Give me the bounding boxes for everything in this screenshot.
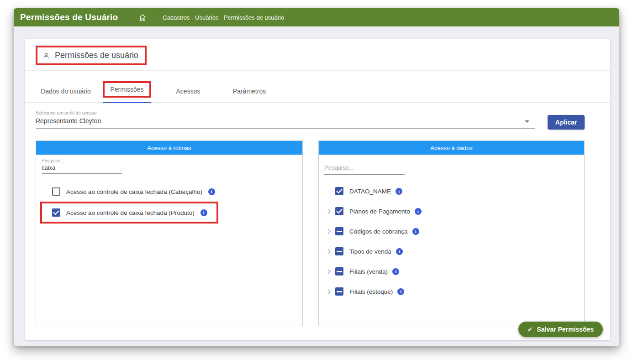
info-icon[interactable]: i (396, 248, 403, 255)
routines-search-input[interactable] (42, 163, 122, 173)
page-content: Permissões de usuário Dados do usuário P… (14, 26, 619, 346)
info-icon[interactable]: i (397, 288, 404, 295)
tab-label: Parâmetros (233, 88, 266, 95)
topbar-divider (129, 11, 129, 23)
tree-row-filiais-estoque: Filiais (estoque) i (325, 287, 584, 296)
apply-button[interactable]: Aplicar (548, 115, 585, 130)
save-permissions-button[interactable]: ✓ Salvar Permissões (518, 322, 603, 337)
tab-label: Dados do usuário (41, 88, 91, 95)
info-icon[interactable]: i (200, 209, 207, 216)
breadcrumb: - Cadastros - Usuários - Permissões de u… (159, 14, 284, 21)
data-search-input[interactable] (324, 161, 405, 174)
checkbox-indeterminate[interactable] (335, 247, 343, 255)
permission-label: Acesso ao controle de caixa fechada (Cab… (66, 188, 202, 195)
tab-label: Permissões (110, 86, 143, 93)
tree-label: Tipos de venda (349, 248, 391, 255)
tab-dados-do-usuario[interactable]: Dados do usuário (35, 88, 96, 102)
info-icon[interactable]: i (412, 228, 419, 235)
chevron-right-icon[interactable] (325, 230, 335, 233)
tree-label: Planos de Pagamento (349, 208, 410, 215)
checkbox-indeterminate[interactable] (335, 287, 343, 296)
chevron-right-icon[interactable] (325, 270, 335, 273)
data-panel: Acesso à dados DATAO_NAME i (318, 140, 585, 326)
tab-label: Acessos (176, 88, 200, 95)
annotation-box-tab: Permissões (103, 81, 151, 98)
save-permissions-label: Salvar Permissões (537, 326, 594, 333)
checkbox-unchecked[interactable] (52, 187, 60, 196)
card-title: Permissões de usuário (55, 51, 138, 60)
tree-label: Filiais (estoque) (349, 288, 393, 295)
routines-panel: Acesso à rotinas Pesquise... Acesso ao c… (36, 140, 303, 326)
tree-label: DATAO_NAME (349, 188, 391, 195)
checkbox-indeterminate[interactable] (335, 267, 343, 276)
chevron-right-icon[interactable] (325, 250, 335, 253)
profile-select[interactable]: Selecione um perfil de acesso Representa… (36, 110, 535, 129)
tab-acessos[interactable]: Acessos (158, 88, 219, 102)
permission-row-cabecalho: Acesso ao controle de caixa fechada (Cab… (52, 187, 302, 196)
tree-label: Códigos de cobrança (349, 228, 408, 235)
tree-row-planos-de-pagamento: Planos de Pagamento i (325, 207, 584, 216)
check-icon: ✓ (528, 326, 533, 333)
permission-label: Acesso ao controle de caixa fechada (Pro… (66, 209, 195, 216)
panels-row: Acesso à rotinas Pesquise... Acesso ao c… (25, 130, 610, 326)
card-title-row: Permissões de usuário (25, 39, 610, 65)
chevron-down-icon[interactable] (525, 120, 529, 123)
routines-search-box: Pesquise... (42, 157, 122, 174)
tree-row-codigos-de-cobranca: Códigos de cobrança i (325, 227, 584, 236)
tree-row-tipos-de-venda: Tipos de venda i (325, 247, 584, 256)
annotation-box-title: Permissões de usuário (36, 46, 147, 65)
tab-parametros[interactable]: Parâmetros (219, 88, 280, 102)
top-bar: Permissões de Usuário - Cadastros - Usuá… (14, 8, 619, 26)
info-icon[interactable]: i (396, 188, 402, 195)
tree-row-filiais-venda: Filiais (venda) i (325, 267, 584, 276)
data-tree: DATAO_NAME i Planos de Pagamento i (319, 187, 584, 296)
tab-bar: Dados do usuário Permissões Acessos Parâ… (25, 71, 610, 103)
routines-search-label: Pesquise... (42, 157, 122, 163)
permission-row-produto: Acesso ao controle de caixa fechada (Pro… (52, 208, 207, 217)
tree-label: Filiais (venda) (349, 268, 388, 275)
permissions-card: Permissões de usuário Dados do usuário P… (25, 39, 610, 340)
tree-row-datao-name: DATAO_NAME i (325, 187, 584, 196)
profile-select-value: Representante Cleyton (36, 117, 535, 125)
data-panel-header: Acesso à dados (319, 141, 584, 155)
tab-permissoes[interactable]: Permissões (96, 81, 158, 102)
page-title: Permissões de Usuário (20, 12, 118, 22)
checkbox-checked[interactable] (52, 208, 60, 217)
checkbox-checked[interactable] (335, 207, 343, 215)
checkbox-indeterminate[interactable] (335, 227, 343, 235)
data-search-box (324, 161, 405, 175)
annotation-box-permission: Acesso ao controle de caixa fechada (Pro… (40, 202, 218, 224)
info-icon[interactable]: i (415, 208, 422, 215)
profile-select-row: Selecione um perfil de acesso Representa… (25, 103, 610, 130)
user-icon (42, 52, 50, 60)
checkbox-checked[interactable] (335, 187, 343, 195)
routines-panel-header: Acesso à rotinas (36, 141, 302, 155)
chevron-right-icon[interactable] (325, 290, 335, 293)
profile-select-label: Selecione um perfil de acesso (36, 110, 535, 115)
info-icon[interactable]: i (392, 268, 399, 275)
home-icon[interactable] (138, 13, 147, 22)
info-icon[interactable]: i (208, 188, 215, 195)
app-window: Permissões de Usuário - Cadastros - Usuá… (14, 8, 619, 346)
chevron-right-icon[interactable] (325, 210, 335, 213)
